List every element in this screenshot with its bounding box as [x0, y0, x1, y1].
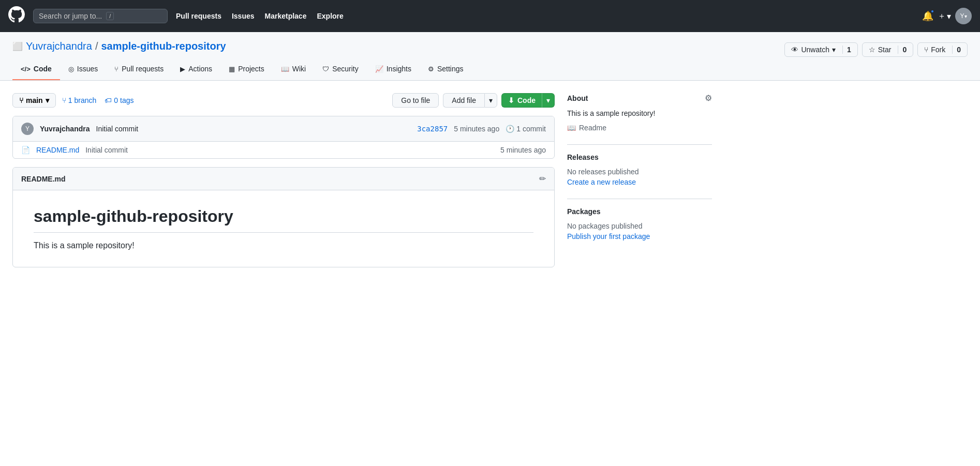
breadcrumb-separator: / — [95, 40, 98, 52]
fork-icon: ⑂ — [924, 46, 928, 54]
notification-dot — [930, 9, 934, 13]
packages-section: Packages No packages published Publish y… — [567, 207, 712, 240]
readme-body: This is a sample repository! — [34, 241, 533, 250]
commit-meta: 3ca2857 5 minutes ago 🕐 1 commit — [417, 125, 546, 133]
tags-count-link[interactable]: 🏷 0 tags — [105, 96, 133, 104]
security-icon: 🛡 — [322, 65, 329, 73]
tab-issues[interactable]: ◎ Issues — [60, 58, 106, 80]
releases-section: Releases No releases published Create a … — [567, 153, 712, 186]
create-release-link[interactable]: Create a new release — [567, 178, 636, 186]
tab-projects[interactable]: ▦ Projects — [220, 58, 273, 80]
tab-code[interactable]: </> Code — [12, 58, 60, 80]
branch-count-link[interactable]: ⑂ 1 branch — [62, 96, 97, 104]
commit-message: Initial commit — [96, 125, 139, 133]
avatar-text: Y — [960, 12, 964, 20]
commit-hash-link[interactable]: 3ca2857 — [417, 125, 448, 133]
readme-edit-button[interactable]: ✏ — [539, 174, 546, 184]
insights-icon: 📈 — [375, 65, 383, 73]
wiki-icon: 📖 — [281, 65, 289, 73]
packages-header: Packages — [567, 207, 712, 216]
repo-owner-link[interactable]: Yuvrajchandra — [26, 40, 92, 52]
unwatch-count: 1 — [842, 46, 851, 54]
branch-bar-actions: Go to file Add file ▾ ⬇ Code ▾ — [392, 93, 555, 108]
tab-security[interactable]: 🛡 Security — [314, 58, 367, 80]
repo-action-buttons: 👁 Unwatch ▾ 1 ☆ Star 0 ⑂ Fork 0 — [784, 42, 968, 57]
file-name-link[interactable]: README.md — [36, 146, 79, 154]
readme-header: README.md ✏ — [13, 168, 554, 190]
code-main-button[interactable]: ⬇ Code — [501, 93, 542, 108]
no-releases-text: No releases published — [567, 168, 712, 176]
nav-marketplace[interactable]: Marketplace — [265, 12, 307, 20]
issues-icon: ◎ — [68, 65, 74, 73]
sidebar-divider-2 — [567, 199, 712, 199]
projects-icon: ▦ — [229, 65, 235, 73]
fork-count: 0 — [952, 46, 961, 54]
about-gear-icon[interactable]: ⚙ — [705, 93, 712, 103]
pull-request-icon: ⑂ — [114, 65, 118, 73]
repo-type-icon: ⬜ — [12, 41, 23, 51]
branch-icon: ⑂ — [19, 96, 23, 104]
commit-time: 5 minutes ago — [454, 125, 499, 133]
book-icon: 📖 — [567, 124, 576, 132]
go-to-file-button[interactable]: Go to file — [392, 93, 439, 108]
branch-selector[interactable]: ⑂ main ▾ — [12, 93, 56, 108]
file-icon: 📄 — [21, 146, 30, 154]
publish-package-link[interactable]: Publish your first package — [567, 232, 650, 240]
repo-content: ⑂ main ▾ ⑂ 1 branch 🏷 0 tags Go to file — [12, 93, 555, 267]
no-packages-text: No packages published — [567, 222, 712, 230]
clock-icon: 🕐 — [506, 125, 514, 133]
tag-icon: 🏷 — [105, 96, 112, 104]
tab-pull-requests[interactable]: ⑂ Pull requests — [106, 58, 172, 80]
code-caret-button[interactable]: ▾ — [542, 93, 555, 108]
nav-pull-requests[interactable]: Pull requests — [176, 12, 221, 20]
tab-actions[interactable]: ▶ Actions — [172, 58, 220, 80]
about-section: About ⚙ This is a sample repository! 📖 R… — [567, 93, 712, 132]
packages-title: Packages — [567, 207, 601, 216]
breadcrumb: ⬜ Yuvrajchandra / sample-github-reposito… — [12, 40, 226, 52]
branch-count-icon: ⑂ — [62, 96, 66, 104]
plus-caret-icon: ▾ — [947, 11, 951, 21]
code-dropdown-button: ⬇ Code ▾ — [501, 93, 555, 108]
readme-heading: sample-github-repository — [34, 207, 533, 233]
readme-link: 📖 Readme — [567, 124, 712, 132]
code-icon: </> — [21, 65, 31, 73]
eye-icon: 👁 — [791, 46, 798, 54]
add-file-button: Add file ▾ — [443, 93, 497, 108]
branch-name: main — [26, 96, 43, 104]
create-new-button[interactable]: ＋ ▾ — [938, 11, 951, 22]
header-nav: Pull requests Issues Marketplace Explore — [176, 12, 344, 20]
notifications-button[interactable]: 🔔 — [922, 10, 933, 22]
user-avatar[interactable]: Y ▾ — [955, 8, 972, 24]
github-logo-icon[interactable] — [8, 6, 25, 26]
tab-settings[interactable]: ⚙ Settings — [420, 58, 472, 80]
avatar-caret: ▾ — [964, 13, 967, 19]
readme-content: sample-github-repository This is a sampl… — [13, 190, 554, 267]
unwatch-button[interactable]: 👁 Unwatch ▾ 1 — [784, 42, 857, 57]
file-table: Y Yuvrajchandra Initial commit 3ca2857 5… — [12, 116, 555, 159]
plus-icon: ＋ — [938, 11, 946, 22]
fork-button[interactable]: ⑂ Fork 0 — [917, 42, 968, 57]
tab-insights[interactable]: 📈 Insights — [367, 58, 420, 80]
sidebar-divider-1 — [567, 144, 712, 145]
settings-icon: ⚙ — [428, 65, 434, 73]
commit-avatar: Y — [21, 123, 34, 135]
nav-issues[interactable]: Issues — [232, 12, 255, 20]
main-content: ⑂ main ▾ ⑂ 1 branch 🏷 0 tags Go to file — [0, 81, 724, 280]
star-button[interactable]: ☆ Star 0 — [862, 42, 913, 57]
star-icon: ☆ — [869, 46, 875, 54]
releases-header: Releases — [567, 153, 712, 161]
sidebar: About ⚙ This is a sample repository! 📖 R… — [567, 93, 712, 267]
readme-sidebar-link[interactable]: Readme — [579, 124, 606, 132]
commit-row: Y Yuvrajchandra Initial commit 3ca2857 5… — [13, 116, 554, 142]
download-icon: ⬇ — [508, 96, 514, 104]
repo-name-link[interactable]: sample-github-repository — [101, 40, 226, 52]
search-bar[interactable]: Search or jump to... / — [33, 9, 168, 23]
readme-title: README.md — [21, 175, 66, 183]
commit-author[interactable]: Yuvrajchandra — [40, 125, 90, 133]
nav-explore[interactable]: Explore — [317, 12, 343, 20]
add-file-main[interactable]: Add file — [443, 93, 484, 108]
tab-wiki[interactable]: 📖 Wiki — [273, 58, 314, 80]
commit-count[interactable]: 🕐 1 commit — [506, 125, 546, 133]
unwatch-caret: ▾ — [832, 46, 836, 54]
add-file-caret[interactable]: ▾ — [484, 93, 497, 108]
